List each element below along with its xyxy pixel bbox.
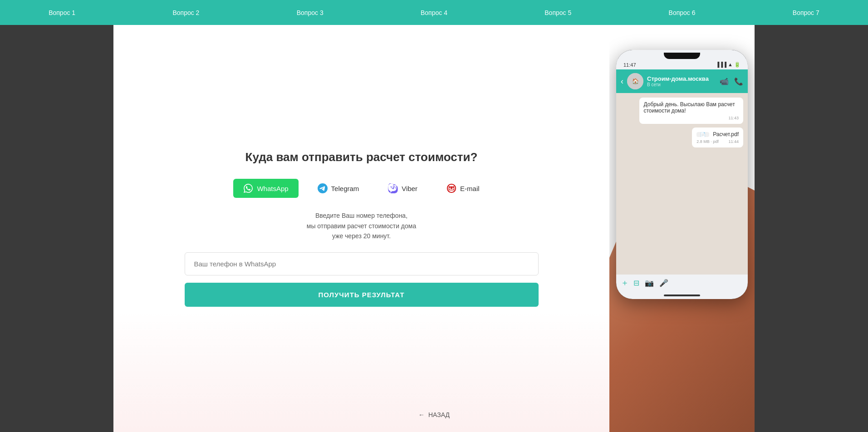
phone-panel: 11:47 ▐▐▐ ▲ 🔋 ‹ 🏠 [609,25,755,432]
nav-item-question-6[interactable]: Вопрос 6 [660,9,705,16]
message-text: Добрый день. Высылаю Вам расчет стоимост… [644,101,739,114]
file-type-icon: 📄 [696,132,709,137]
header-action-icons: 📹 📞 [720,77,743,86]
back-arrow-icon[interactable]: ‹ [621,77,623,86]
phone-call-icon[interactable]: 📞 [734,77,743,86]
nav-item-question-1[interactable]: Вопрос 1 [39,9,84,16]
email-button[interactable]: E-mail [436,179,490,198]
email-icon [446,183,456,193]
back-label: НАЗАД [428,411,450,418]
sticker-icon[interactable]: ⊟ [633,279,639,287]
contact-info: Строим-дома.москва В сети [647,75,716,87]
messenger-selector: WhatsApp Telegram [233,179,489,198]
home-indicator [664,295,700,296]
file-time: 11:44 [728,139,739,144]
nav-item-question-7[interactable]: Вопрос 7 [784,9,829,16]
left-sidebar [0,25,57,432]
file-name: Расчет.pdf [713,131,739,137]
phone-notch [664,53,700,59]
chat-input-bar: ＋ ⊟ 📷 🎤 [616,275,748,291]
subtitle-line1: Введите Ваш номер телефона, [307,211,417,221]
phone-time: 11:47 [623,62,636,68]
main-content: Куда вам отправить расчет стоимости? Wha… [113,25,755,432]
microphone-icon[interactable]: 🎤 [659,279,668,287]
back-arrow-icon: ← [418,411,425,418]
status-bar: 11:47 ▐▐▐ ▲ 🔋 [616,59,748,69]
contact-name: Строим-дома.москва [647,75,716,82]
nav-item-question-2[interactable]: Вопрос 2 [163,9,208,16]
nav-item-question-4[interactable]: Вопрос 4 [412,9,456,16]
whatsapp-label: WhatsApp [257,185,288,192]
camera-icon[interactable]: 📷 [645,279,654,287]
nav-item-question-5[interactable]: Вопрос 5 [535,9,580,16]
viber-label: Viber [402,185,417,192]
viber-button[interactable]: Viber [378,179,427,198]
submit-button[interactable]: ПОЛУЧИТЬ РЕЗУЛЬТАТ [185,283,539,307]
video-call-icon[interactable]: 📹 [720,77,729,86]
file-meta: 2.8 MB · pdf [696,139,719,144]
contact-avatar: 🏠 [627,73,643,89]
viber-icon [388,183,398,193]
question-title: Куда вам отправить расчет стоимости? [245,150,478,164]
chat-area: Добрый день. Высылаю Вам расчет стоимост… [616,93,748,275]
telegram-label: Telegram [331,185,359,192]
telegram-button[interactable]: Telegram [308,179,369,198]
subtitle-line2: мы отправим расчет стоимости дома [307,221,417,231]
subtitle-line3: уже через 20 минут. [307,231,417,241]
message-bubble-1: Добрый день. Высылаю Вам расчет стоимост… [639,98,744,124]
add-attachment-icon[interactable]: ＋ [621,277,629,288]
telegram-icon [318,183,328,193]
message-time: 11:43 [644,116,739,120]
right-sidebar [811,25,868,432]
svg-text:🏠: 🏠 [632,78,639,84]
message-bubble-file: 📄 Расчет.pdf 2.8 MB · pdf 11:44 [692,128,743,147]
whatsapp-icon [243,183,253,193]
form-panel: Куда вам отправить расчет стоимости? Wha… [113,25,609,432]
phone-mockup: 11:47 ▐▐▐ ▲ 🔋 ‹ 🏠 [616,50,748,299]
email-label: E-mail [460,185,480,192]
back-button[interactable]: ← НАЗАД [418,411,450,418]
phone-input-wrapper [185,252,539,275]
nav-item-question-3[interactable]: Вопрос 3 [288,9,333,16]
file-row: 📄 Расчет.pdf [696,131,739,137]
top-navigation: Вопрос 1 Вопрос 2 Вопрос 3 Вопрос 4 Вопр… [0,0,868,25]
whatsapp-header: ‹ 🏠 Строим-дома.москва В сети [616,69,748,93]
whatsapp-button[interactable]: WhatsApp [233,179,298,198]
phone-input[interactable] [185,252,539,275]
subtitle: Введите Ваш номер телефона, мы отправим … [307,211,417,241]
contact-status: В сети [647,82,716,87]
input-bar-icons: ⊟ 📷 🎤 [633,279,668,287]
signal-icons: ▐▐▐ ▲ 🔋 [716,62,740,68]
